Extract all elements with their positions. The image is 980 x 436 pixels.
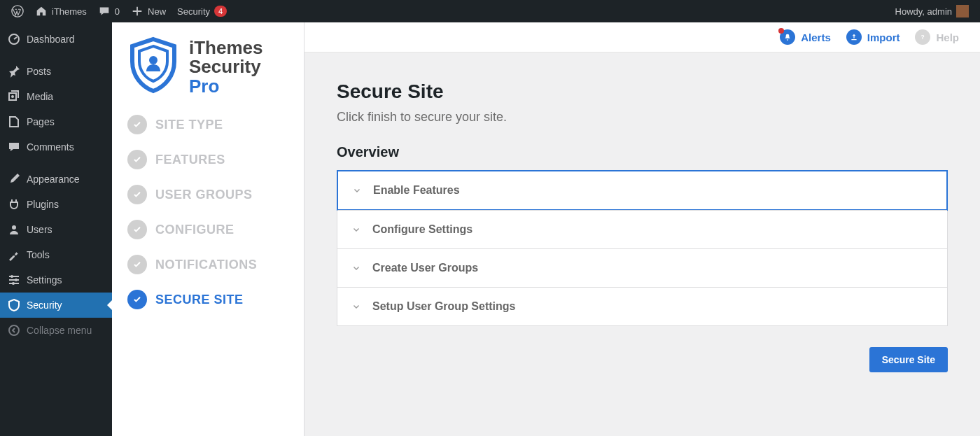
avatar [956,5,969,17]
plus-icon [131,5,144,17]
step-configure[interactable]: CONFIGURE [127,220,288,239]
plug-icon [7,197,21,211]
admin-bar: iThemes 0 New Security 4 Howdy, admin [0,0,980,22]
check-icon [127,255,147,274]
greeting-text: Howdy, admin [895,6,952,17]
accordion-setup-user-group-settings[interactable]: Setup User Group Settings [337,287,947,325]
collapse-icon [7,323,21,337]
wp-logo[interactable] [6,0,29,22]
menu-tools[interactable]: Tools [0,242,112,267]
wrench-icon [7,248,21,262]
check-icon [127,290,147,309]
svg-point-7 [9,325,19,335]
step-notifications[interactable]: NOTIFICATIONS [127,255,288,274]
media-icon [7,90,21,104]
accordion-configure-settings[interactable]: Configure Settings [337,210,947,248]
svg-point-4 [10,275,13,278]
user-greeting[interactable]: Howdy, admin [890,0,974,22]
plugin-sidebar: iThemes Security Pro SITE TYPE FEATURES … [112,22,304,436]
wp-admin-sidebar: Dashboard Posts Media Pages Comments App… [0,22,112,436]
new-label: New [148,6,166,17]
chevron-down-icon [352,185,362,195]
svg-point-6 [12,282,15,285]
pages-icon [7,115,21,129]
chevron-down-icon [351,225,361,234]
bell-icon [780,29,795,45]
page-subtitle: Click finish to secure your site. [337,110,948,125]
new-link[interactable]: New [125,0,172,22]
security-link[interactable]: Security 4 [172,0,232,22]
import-link[interactable]: Import [846,29,900,45]
menu-dashboard[interactable]: Dashboard [0,27,112,52]
shield-logo-icon [127,36,179,98]
menu-security[interactable]: Security [0,293,112,318]
sliders-icon [7,273,21,287]
step-user-groups[interactable]: USER GROUPS [127,185,288,204]
dashboard-icon [7,32,21,46]
plugin-topbar: Alerts Import ? Help [304,22,980,52]
comments-icon [7,140,21,154]
svg-point-5 [15,279,18,281]
check-icon [127,220,147,239]
shield-icon [7,298,21,312]
user-icon [7,223,21,237]
step-secure-site[interactable]: SECURE SITE [127,290,288,309]
menu-posts[interactable]: Posts [0,59,112,84]
chevron-down-icon [351,302,361,311]
page-title: Secure Site [337,80,948,103]
question-icon: ? [915,29,930,45]
menu-appearance[interactable]: Appearance [0,167,112,192]
menu-pages[interactable]: Pages [0,109,112,134]
overview-heading: Overview [337,144,948,160]
secure-site-button[interactable]: Secure Site [869,347,948,372]
comments-count: 0 [115,6,120,17]
svg-point-8 [149,56,158,64]
svg-text:?: ? [921,34,925,41]
help-link[interactable]: ? Help [915,29,959,45]
accordion-enable-features[interactable]: Enable Features [337,170,948,211]
pin-icon [7,64,21,78]
alerts-link[interactable]: Alerts [780,29,831,45]
svg-point-3 [12,225,16,230]
step-features[interactable]: FEATURES [127,150,288,169]
chevron-down-icon [351,263,361,273]
comments-link[interactable]: 0 [92,0,125,22]
plugin-logo: iThemes Security Pro [127,36,288,98]
comment-icon [98,5,111,17]
menu-plugins[interactable]: Plugins [0,192,112,217]
security-label: Security [177,6,210,17]
step-site-type[interactable]: SITE TYPE [127,115,288,134]
menu-users[interactable]: Users [0,217,112,242]
site-name: iThemes [52,6,87,17]
overview-accordion: Enable Features Configure Settings Creat… [337,170,948,326]
security-badge: 4 [214,6,227,17]
brush-icon [7,172,21,186]
menu-comments[interactable]: Comments [0,134,112,160]
check-icon [127,150,147,169]
svg-point-2 [11,95,14,98]
accordion-create-user-groups[interactable]: Create User Groups [337,248,947,287]
menu-collapse[interactable]: Collapse menu [0,318,112,343]
site-name-link[interactable]: iThemes [29,0,92,22]
check-icon [127,115,147,134]
home-icon [35,5,48,17]
upload-icon [846,29,862,45]
menu-media[interactable]: Media [0,84,112,109]
menu-settings[interactable]: Settings [0,267,112,293]
check-icon [127,185,147,204]
wordpress-icon [11,5,24,17]
